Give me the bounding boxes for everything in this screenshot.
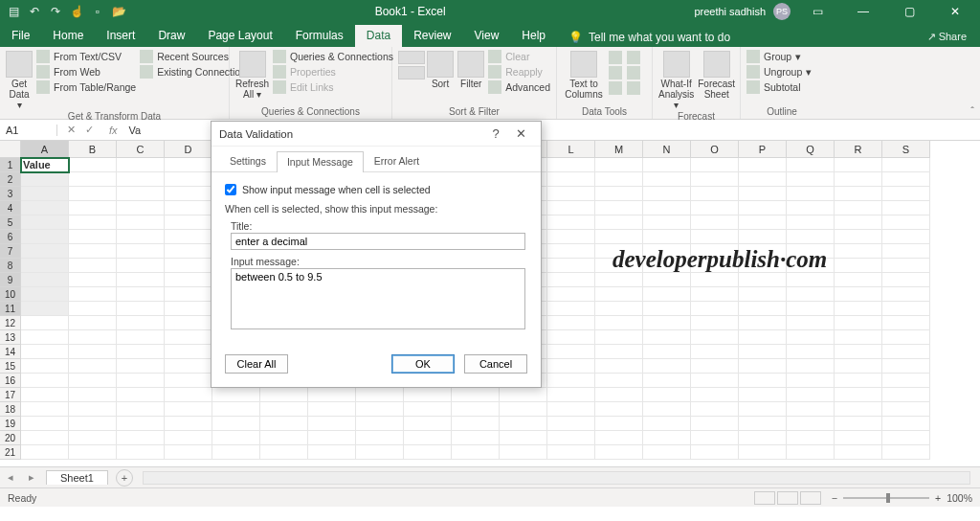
cell[interactable] <box>165 215 212 230</box>
cell[interactable] <box>21 201 69 215</box>
cell[interactable] <box>404 402 452 417</box>
cell[interactable] <box>308 388 356 402</box>
cell[interactable] <box>404 388 452 402</box>
row-header[interactable]: 21 <box>0 445 21 460</box>
cell[interactable] <box>165 330 212 345</box>
row-header[interactable]: 20 <box>0 431 21 445</box>
cell[interactable] <box>117 359 165 374</box>
dialog-title-bar[interactable]: Data Validation ? ✕ <box>212 122 541 147</box>
zoom-out-icon[interactable]: − <box>832 492 837 504</box>
tab-draw[interactable]: Draw <box>146 25 196 47</box>
column-header[interactable]: P <box>739 141 787 158</box>
tab-error-alert[interactable]: Error Alert <box>364 150 430 171</box>
share-button[interactable]: ↗ Share <box>914 27 980 47</box>
cell[interactable] <box>643 402 691 417</box>
cell[interactable] <box>547 187 595 201</box>
cell[interactable] <box>595 431 643 445</box>
cell[interactable] <box>787 172 835 187</box>
cell[interactable] <box>547 244 595 259</box>
cell[interactable] <box>21 287 69 302</box>
cell[interactable] <box>882 158 930 172</box>
data-validation-icon[interactable] <box>609 81 622 95</box>
cell[interactable] <box>165 402 212 417</box>
cell[interactable] <box>882 244 930 259</box>
row-header[interactable]: 14 <box>0 345 21 359</box>
open-icon[interactable]: 📂 <box>111 4 126 19</box>
cell[interactable] <box>595 158 643 172</box>
column-header[interactable]: M <box>595 141 643 158</box>
clear-all-button[interactable]: Clear All <box>225 354 288 374</box>
cell[interactable] <box>882 172 930 187</box>
row-header[interactable]: 6 <box>0 230 21 244</box>
cell[interactable] <box>787 374 835 388</box>
tab-view[interactable]: View <box>463 25 511 47</box>
cell[interactable] <box>835 431 882 445</box>
cell[interactable] <box>882 445 930 460</box>
tab-help[interactable]: Help <box>510 25 557 47</box>
cell[interactable] <box>787 302 835 316</box>
cell[interactable] <box>835 316 882 330</box>
row-header[interactable]: 3 <box>0 187 21 201</box>
cell[interactable] <box>404 431 452 445</box>
cell[interactable] <box>165 273 212 287</box>
cell[interactable] <box>787 244 835 259</box>
account-area[interactable]: preethi sadhish PS ▭ — ▢ ✕ <box>688 3 980 20</box>
cell[interactable] <box>835 388 882 402</box>
cell[interactable] <box>117 345 165 359</box>
cell[interactable] <box>21 172 69 187</box>
cell[interactable] <box>595 417 643 431</box>
cell[interactable] <box>787 259 835 273</box>
cell[interactable] <box>835 345 882 359</box>
cell[interactable] <box>117 259 165 273</box>
cell[interactable] <box>835 158 882 172</box>
cell[interactable] <box>165 445 212 460</box>
cell[interactable] <box>595 172 643 187</box>
refresh-all-button[interactable]: Refresh All ▾ <box>235 49 269 100</box>
cell[interactable] <box>643 230 691 244</box>
cell[interactable] <box>69 215 117 230</box>
cell[interactable] <box>165 187 212 201</box>
cell[interactable] <box>787 230 835 244</box>
cell[interactable] <box>69 431 117 445</box>
cell[interactable] <box>595 259 643 273</box>
cell[interactable] <box>165 244 212 259</box>
tab-home[interactable]: Home <box>41 25 95 47</box>
cell[interactable] <box>356 402 404 417</box>
minimize-icon[interactable]: — <box>844 5 882 18</box>
cell[interactable] <box>643 445 691 460</box>
confirm-edit-icon[interactable]: ✓ <box>85 124 94 136</box>
cell[interactable] <box>739 445 787 460</box>
cell[interactable] <box>69 230 117 244</box>
row-header[interactable]: 8 <box>0 259 21 273</box>
cell[interactable] <box>691 359 739 374</box>
cell[interactable] <box>739 172 787 187</box>
row-header[interactable]: 18 <box>0 402 21 417</box>
queries-connections[interactable]: Queries & Connections <box>273 49 393 64</box>
flash-fill-icon[interactable] <box>609 51 622 64</box>
cell[interactable] <box>739 187 787 201</box>
cell[interactable] <box>595 230 643 244</box>
cell[interactable] <box>643 201 691 215</box>
cell[interactable] <box>643 417 691 431</box>
ungroup-button[interactable]: Ungroup ▾ <box>746 64 812 79</box>
cell[interactable] <box>787 187 835 201</box>
group-button[interactable]: Group ▾ <box>746 49 812 64</box>
tab-insert[interactable]: Insert <box>95 25 146 47</box>
row-header[interactable]: 11 <box>0 302 21 316</box>
cell[interactable] <box>500 417 547 431</box>
cell[interactable] <box>500 445 547 460</box>
cell[interactable] <box>69 374 117 388</box>
cell[interactable] <box>643 273 691 287</box>
cell[interactable] <box>117 431 165 445</box>
cell[interactable] <box>691 244 739 259</box>
checkbox-input[interactable] <box>225 184 236 195</box>
cell[interactable] <box>643 187 691 201</box>
cell[interactable] <box>882 345 930 359</box>
column-header[interactable]: A <box>21 141 69 158</box>
cell[interactable] <box>165 388 212 402</box>
cell[interactable] <box>691 273 739 287</box>
cell[interactable] <box>595 215 643 230</box>
cell[interactable] <box>212 417 260 431</box>
cell[interactable] <box>165 431 212 445</box>
column-header[interactable]: L <box>547 141 595 158</box>
